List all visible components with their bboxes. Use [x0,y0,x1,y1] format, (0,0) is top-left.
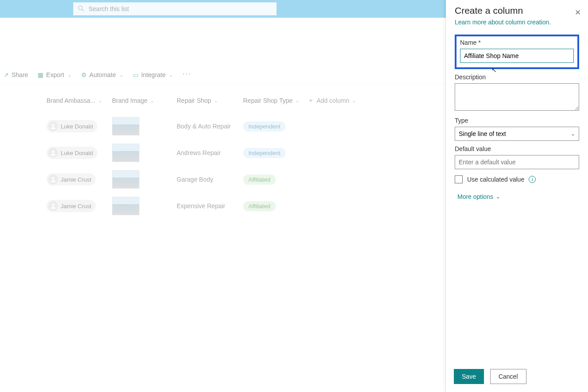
chevron-down-icon: ⌄ [295,98,299,104]
close-button[interactable]: ✕ [575,8,581,17]
integrate-label: Integrate [141,71,166,78]
integrate-button[interactable]: ▭ Integrate ⌄ [132,70,174,80]
automate-icon: ⚙ [81,71,87,78]
col-header-brand-image[interactable]: Brand Image ⌄ [112,97,177,104]
chevron-down-icon: ⌄ [496,194,500,200]
person-name: Luke Donald [61,150,93,156]
col-header-repair-shop[interactable]: Repair Shop ⌄ [177,97,243,104]
col-header-label: Repair Shop Type [243,97,293,104]
calculated-value-row: Use calculated value i [455,175,579,183]
person-pill[interactable]: Jamie Crust [46,173,96,186]
panel-title: Create a column [455,5,579,16]
col-header-label: Brand Image [112,97,147,104]
brand-image-thumb[interactable] [112,197,139,215]
shop-type-tag: Independent [243,121,286,132]
svg-point-4 [52,177,54,179]
save-button[interactable]: Save [454,369,484,384]
type-select[interactable]: Single line of text ⌄ [455,127,579,141]
chevron-down-icon: ⌄ [169,73,173,78]
person-pill[interactable]: Luke Donald [46,147,97,159]
repair-shop-cell: Expensive Repair [177,202,225,210]
panel-body: Name * Description Type Single line of t… [446,28,588,362]
automate-button[interactable]: ⚙ Automate ⌄ [80,70,124,80]
chevron-down-icon: ⌄ [214,98,218,104]
search-input[interactable]: Search this list [73,2,277,16]
svg-point-5 [52,204,54,206]
col-header-ambassador[interactable]: Brand Ambassa... ⌄ [46,97,112,104]
chevron-down-icon: ⌄ [120,73,123,78]
svg-point-2 [52,124,54,126]
automate-label: Automate [89,71,116,78]
more-options-label: More options [457,193,493,200]
add-column-label: Add column [317,97,349,104]
person-name: Luke Donald [61,123,93,130]
shop-type-tag: Affiliated [243,201,276,211]
panel-footer: Save Cancel [446,362,588,392]
name-input[interactable] [460,49,574,63]
export-label: Export [46,71,64,78]
name-label: Name * [460,39,574,46]
plus-icon: ＋ [308,97,314,105]
calculated-value-label: Use calculated value [467,176,524,183]
col-header-label: Repair Shop [177,97,211,104]
chevron-down-icon: ⌄ [352,98,356,104]
repair-shop-cell: Garage Body [177,176,213,183]
description-input[interactable] [455,83,579,111]
repair-shop-cell: Body & Auto Repair [177,123,231,130]
more-options-toggle[interactable]: More options ⌄ [455,193,579,200]
brand-image-thumb[interactable] [112,144,139,162]
brand-image-thumb[interactable] [112,117,139,136]
chevron-down-icon: ⌄ [571,131,575,137]
type-label: Type [455,117,579,124]
default-value-input[interactable] [455,155,579,169]
description-label: Description [455,74,579,81]
repair-shop-cell: Andrews Repair [177,149,221,156]
share-label: Share [12,71,28,78]
share-icon: ↗ [4,71,9,78]
svg-point-0 [78,6,82,10]
name-field-highlight: Name * [455,35,579,69]
share-button[interactable]: ↗ Share [3,70,29,80]
chevron-down-icon: ⌄ [68,73,71,78]
more-button[interactable]: ··· [182,67,193,80]
cancel-button[interactable]: Cancel [490,369,526,384]
search-placeholder: Search this list [89,5,129,12]
close-icon: ✕ [575,8,581,17]
chevron-down-icon: ⌄ [150,98,154,104]
avatar-icon [48,121,58,131]
svg-line-1 [82,9,84,11]
add-column-button[interactable]: ＋ Add column ⌄ [308,97,370,105]
person-pill[interactable]: Jamie Crust [46,200,96,212]
shop-type-tag: Affiliated [243,175,276,185]
calculated-value-checkbox[interactable] [455,175,463,183]
svg-point-3 [52,151,54,153]
default-value-label: Default value [455,145,579,152]
avatar-icon [48,175,58,184]
learn-more-link[interactable]: Learn more about column creation. [455,19,579,26]
chevron-down-icon: ⌄ [98,98,102,104]
export-button[interactable]: ▦ Export ⌄ [37,70,72,80]
integrate-icon: ▭ [133,71,139,78]
shop-type-tag: Independent [243,148,286,158]
create-column-panel: Create a column Learn more about column … [445,0,588,392]
search-icon [78,5,84,13]
avatar-icon [48,201,58,211]
col-header-label: Brand Ambassa... [46,97,96,104]
col-header-repair-shop-type[interactable]: Repair Shop Type ⌄ [243,97,308,104]
info-icon[interactable]: i [529,176,536,183]
avatar-icon [48,148,58,158]
person-name: Jamie Crust [61,203,91,210]
person-pill[interactable]: Luke Donald [46,120,97,132]
excel-icon: ▦ [38,71,43,78]
brand-image-thumb[interactable] [112,170,139,189]
type-value: Single line of text [459,130,506,137]
panel-header: Create a column Learn more about column … [446,0,588,28]
person-name: Jamie Crust [61,176,91,183]
